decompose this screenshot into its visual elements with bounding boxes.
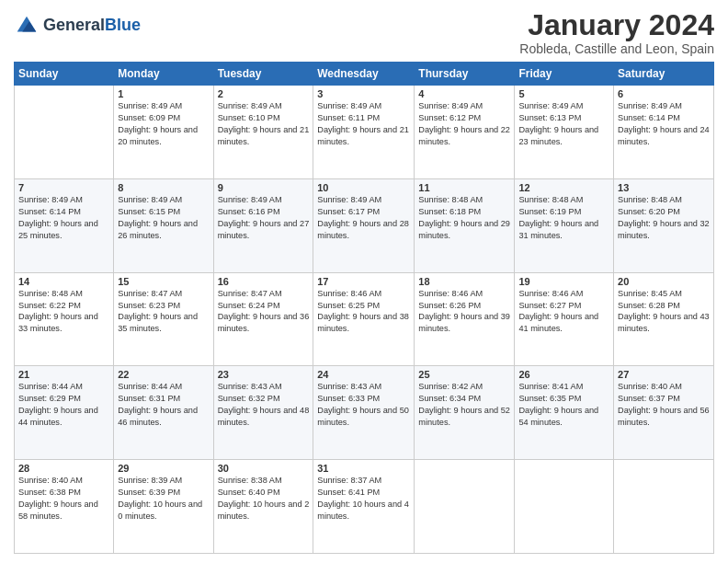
calendar-cell [415,460,515,554]
calendar-cell: 3Sunrise: 8:49 AMSunset: 6:11 PMDaylight… [313,86,415,179]
day-number: 6 [618,88,710,99]
page: GeneralBlue January 2024 Robleda, Castil… [0,0,728,563]
weekday-header-row: SundayMondayTuesdayWednesdayThursdayFrid… [15,63,714,86]
day-number: 14 [18,276,109,287]
calendar-cell: 18Sunrise: 8:46 AMSunset: 6:26 PMDayligh… [415,272,515,366]
cell-details: Sunrise: 8:44 AMSunset: 6:29 PMDaylight:… [18,381,109,429]
cell-details: Sunrise: 8:49 AMSunset: 6:13 PMDaylight:… [518,100,609,148]
day-number: 5 [518,88,609,99]
logo-text: GeneralBlue [43,17,141,35]
day-number: 12 [518,182,609,193]
calendar-cell: 31Sunrise: 8:37 AMSunset: 6:41 PMDayligh… [313,460,415,554]
cell-details: Sunrise: 8:45 AMSunset: 6:28 PMDaylight:… [618,288,710,336]
calendar-cell [614,460,714,554]
cell-details: Sunrise: 8:49 AMSunset: 6:09 PMDaylight:… [118,100,209,148]
calendar-cell: 17Sunrise: 8:46 AMSunset: 6:25 PMDayligh… [313,272,415,366]
cell-details: Sunrise: 8:43 AMSunset: 6:32 PMDaylight:… [218,381,310,429]
calendar-cell: 10Sunrise: 8:49 AMSunset: 6:17 PMDayligh… [313,178,415,272]
calendar-cell: 29Sunrise: 8:39 AMSunset: 6:39 PMDayligh… [114,460,213,554]
calendar-cell [515,460,614,554]
cell-details: Sunrise: 8:44 AMSunset: 6:31 PMDaylight:… [118,381,209,429]
calendar-week-5: 28Sunrise: 8:40 AMSunset: 6:38 PMDayligh… [15,460,714,554]
month-title: January 2024 [519,9,714,41]
day-number: 11 [418,182,510,193]
day-number: 20 [618,276,710,287]
calendar-cell: 4Sunrise: 8:49 AMSunset: 6:12 PMDaylight… [415,86,515,179]
cell-details: Sunrise: 8:49 AMSunset: 6:17 PMDaylight:… [317,194,410,242]
cell-details: Sunrise: 8:49 AMSunset: 6:10 PMDaylight:… [218,100,310,148]
calendar-cell: 7Sunrise: 8:49 AMSunset: 6:14 PMDaylight… [15,178,114,272]
calendar-cell: 23Sunrise: 8:43 AMSunset: 6:32 PMDayligh… [213,366,313,460]
weekday-header-sunday: Sunday [15,63,114,86]
calendar-cell: 28Sunrise: 8:40 AMSunset: 6:38 PMDayligh… [15,460,114,554]
cell-details: Sunrise: 8:38 AMSunset: 6:40 PMDaylight:… [218,475,310,523]
calendar-cell: 15Sunrise: 8:47 AMSunset: 6:23 PMDayligh… [114,272,213,366]
cell-details: Sunrise: 8:49 AMSunset: 6:16 PMDaylight:… [218,194,310,242]
calendar-week-4: 21Sunrise: 8:44 AMSunset: 6:29 PMDayligh… [15,366,714,460]
calendar-cell: 24Sunrise: 8:43 AMSunset: 6:33 PMDayligh… [313,366,415,460]
day-number: 22 [118,369,209,380]
cell-details: Sunrise: 8:48 AMSunset: 6:19 PMDaylight:… [518,194,609,242]
calendar-cell: 25Sunrise: 8:42 AMSunset: 6:34 PMDayligh… [415,366,515,460]
logo: GeneralBlue [14,13,141,39]
cell-details: Sunrise: 8:49 AMSunset: 6:14 PMDaylight:… [618,100,710,148]
calendar-cell: 16Sunrise: 8:47 AMSunset: 6:24 PMDayligh… [213,272,313,366]
cell-details: Sunrise: 8:40 AMSunset: 6:38 PMDaylight:… [18,475,109,523]
cell-details: Sunrise: 8:49 AMSunset: 6:12 PMDaylight:… [418,100,510,148]
day-number: 24 [317,369,410,380]
cell-details: Sunrise: 8:43 AMSunset: 6:33 PMDaylight:… [317,381,410,429]
day-number: 19 [518,276,609,287]
calendar-cell: 30Sunrise: 8:38 AMSunset: 6:40 PMDayligh… [213,460,313,554]
calendar-cell [15,86,114,179]
title-block: January 2024 Robleda, Castille and Leon,… [519,9,714,56]
cell-details: Sunrise: 8:49 AMSunset: 6:14 PMDaylight:… [18,194,109,242]
day-number: 13 [618,182,710,193]
cell-details: Sunrise: 8:49 AMSunset: 6:15 PMDaylight:… [118,194,209,242]
day-number: 31 [317,463,410,474]
day-number: 4 [418,88,510,99]
day-number: 16 [218,276,310,287]
calendar-cell: 6Sunrise: 8:49 AMSunset: 6:14 PMDaylight… [614,86,714,179]
calendar-cell: 8Sunrise: 8:49 AMSunset: 6:15 PMDaylight… [114,178,213,272]
calendar-cell: 19Sunrise: 8:46 AMSunset: 6:27 PMDayligh… [515,272,614,366]
day-number: 27 [618,369,710,380]
calendar-cell: 26Sunrise: 8:41 AMSunset: 6:35 PMDayligh… [515,366,614,460]
cell-details: Sunrise: 8:42 AMSunset: 6:34 PMDaylight:… [418,381,510,429]
day-number: 23 [218,369,310,380]
cell-details: Sunrise: 8:40 AMSunset: 6:37 PMDaylight:… [618,381,710,429]
cell-details: Sunrise: 8:46 AMSunset: 6:26 PMDaylight:… [418,288,510,336]
calendar-cell: 22Sunrise: 8:44 AMSunset: 6:31 PMDayligh… [114,366,213,460]
weekday-header-wednesday: Wednesday [313,63,415,86]
day-number: 18 [418,276,510,287]
calendar-cell: 5Sunrise: 8:49 AMSunset: 6:13 PMDaylight… [515,86,614,179]
cell-details: Sunrise: 8:39 AMSunset: 6:39 PMDaylight:… [118,475,209,523]
calendar-cell: 12Sunrise: 8:48 AMSunset: 6:19 PMDayligh… [515,178,614,272]
calendar-cell: 2Sunrise: 8:49 AMSunset: 6:10 PMDaylight… [213,86,313,179]
calendar-cell: 11Sunrise: 8:48 AMSunset: 6:18 PMDayligh… [415,178,515,272]
logo-line1: General [43,16,105,34]
cell-details: Sunrise: 8:37 AMSunset: 6:41 PMDaylight:… [317,475,410,523]
location-subtitle: Robleda, Castille and Leon, Spain [519,41,714,56]
cell-details: Sunrise: 8:47 AMSunset: 6:24 PMDaylight:… [218,288,310,336]
calendar-cell: 27Sunrise: 8:40 AMSunset: 6:37 PMDayligh… [614,366,714,460]
weekday-header-saturday: Saturday [614,63,714,86]
calendar-cell: 13Sunrise: 8:48 AMSunset: 6:20 PMDayligh… [614,178,714,272]
calendar-cell: 9Sunrise: 8:49 AMSunset: 6:16 PMDaylight… [213,178,313,272]
calendar-cell: 14Sunrise: 8:48 AMSunset: 6:22 PMDayligh… [15,272,114,366]
calendar-week-1: 1Sunrise: 8:49 AMSunset: 6:09 PMDaylight… [15,86,714,179]
day-number: 25 [418,369,510,380]
cell-details: Sunrise: 8:41 AMSunset: 6:35 PMDaylight:… [518,381,609,429]
day-number: 8 [118,182,209,193]
weekday-header-monday: Monday [114,63,213,86]
day-number: 7 [18,182,109,193]
calendar-week-3: 14Sunrise: 8:48 AMSunset: 6:22 PMDayligh… [15,272,714,366]
day-number: 3 [317,88,410,99]
calendar-table: SundayMondayTuesdayWednesdayThursdayFrid… [14,62,714,554]
day-number: 29 [118,463,209,474]
cell-details: Sunrise: 8:46 AMSunset: 6:25 PMDaylight:… [317,288,410,336]
calendar-cell: 20Sunrise: 8:45 AMSunset: 6:28 PMDayligh… [614,272,714,366]
day-number: 28 [18,463,109,474]
cell-details: Sunrise: 8:49 AMSunset: 6:11 PMDaylight:… [317,100,410,148]
day-number: 30 [218,463,310,474]
cell-details: Sunrise: 8:47 AMSunset: 6:23 PMDaylight:… [118,288,209,336]
